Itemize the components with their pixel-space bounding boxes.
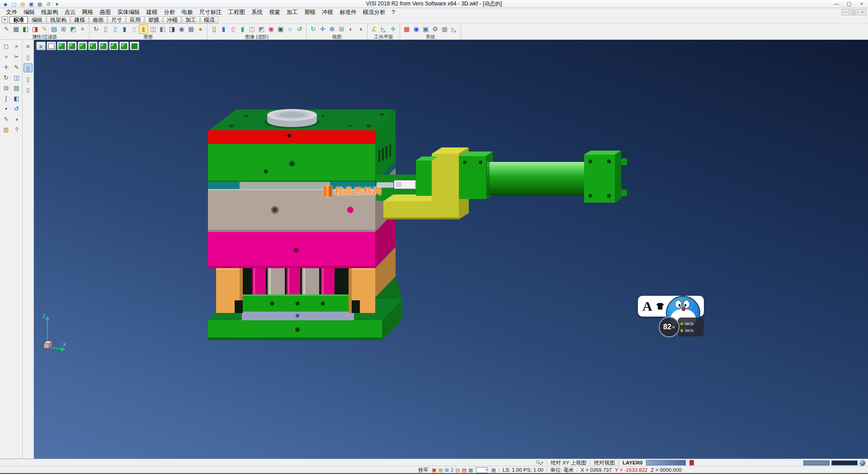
cut-icon[interactable]: ✂ [12,52,21,62]
menu-item[interactable]: ? [389,9,398,16]
viewport-page-3[interactable]: ▯ [24,74,33,83]
tab-standard[interactable]: 标准 [9,16,28,24]
highlight-display-icon[interactable]: ▮ [139,24,148,34]
menu-item[interactable]: 文件 [3,9,20,16]
window-menu-icon[interactable]: ≡ [24,42,33,51]
view-swatch-1[interactable] [803,460,830,465]
new-file-icon[interactable]: ▢ [10,1,18,7]
menu-item[interactable]: 点云 [61,9,79,16]
slope-analysis-icon[interactable]: ◺ [449,24,459,34]
folder-icon[interactable]: ▨ [455,467,460,473]
annotate-icon[interactable]: ✎ [1,114,11,124]
grid-toggle-icon[interactable]: ▦ [438,467,443,473]
percent-badge[interactable]: 82% [659,317,679,337]
search-icon[interactable]: ▾ [536,460,543,466]
curve-edit-icon[interactable]: ∫ [1,94,11,103]
bottom-view-icon[interactable] [119,42,129,50]
maximize-button[interactable]: ▢ [843,0,855,8]
dynamic-rotate-icon[interactable]: ↻ [308,24,318,34]
left-view-icon[interactable] [109,42,118,50]
menu-item[interactable]: 分析 [161,9,179,16]
lock-label[interactable]: 拴牢 [418,467,429,474]
current-color-swatch[interactable] [646,460,686,465]
mirror-entity-icon[interactable]: ◫ [12,73,21,82]
mdi-restore-button[interactable]: ▢ [850,9,858,15]
menu-item[interactable]: 冲模 [319,9,336,16]
menu-item[interactable]: 曲面 [97,9,114,16]
display-settings-icon[interactable]: ▣ [421,24,430,34]
menu-item[interactable]: 线架构 [38,9,61,16]
material-icon[interactable]: ◉ [177,24,186,34]
open-file-icon[interactable]: ▤ [19,1,26,7]
workplane-view-icon[interactable]: ✛ [388,24,398,34]
tab-machining[interactable]: 加工 [182,16,200,24]
viewport-page-4[interactable]: ▯ [24,85,33,94]
undo-titlebar-icon[interactable]: ↺ [45,1,52,7]
workplane-entity-icon[interactable]: ◺ [379,24,388,34]
filter-red-icon[interactable]: ◨ [30,24,40,34]
absolute-view-label[interactable]: 绝对视图 [594,460,615,466]
save-file-icon[interactable]: ▣ [28,1,35,7]
tab-modeling[interactable]: 建模 [71,16,89,24]
render-icon[interactable]: ● [196,24,205,34]
tab-application[interactable]: 应用 [126,16,144,24]
color-palette-icon[interactable]: ▦ [402,24,411,34]
grid-settings-icon[interactable]: ▦ [491,467,495,473]
iso-view-icon[interactable] [57,42,66,50]
filter-pencil-icon[interactable]: ✎ [40,24,49,34]
shaded-iso-view-icon[interactable] [130,42,139,50]
ghost-display-icon[interactable]: ▯ [129,24,139,34]
back-view-icon[interactable] [99,42,108,50]
attribute-editor-icon[interactable]: ✎ [2,24,11,34]
ruler-icon[interactable]: ▤ [462,467,467,473]
view-toolbar-menu-icon[interactable] [36,42,46,50]
ortho-toggle-icon[interactable]: ⊞ [445,467,449,473]
menu-item[interactable]: 网格 [79,9,97,16]
tab-wireframe[interactable]: 线架构 [47,16,70,24]
tab-overflow-button[interactable]: ▾ [1,16,8,23]
layer-visibility-icon[interactable]: ▯ [209,24,219,34]
entity-visibility-icon[interactable]: ▮ [219,24,228,34]
globe-icon[interactable]: ◉ [411,24,421,34]
workplane-xy-icon[interactable]: ∠ [369,24,379,34]
tab-edit[interactable]: 编辑 [28,16,46,24]
menu-item[interactable]: 模流分析 [360,9,389,16]
system-settings-icon[interactable]: ⚙ [430,24,440,34]
measure-icon[interactable]: ≈ [1,52,11,62]
tab-stamping[interactable]: 冲模 [163,16,181,24]
menu-item[interactable]: 编辑 [20,9,38,16]
previous-view-icon[interactable]: ◐ [346,24,356,34]
empty-view-icon[interactable] [47,42,56,50]
mdi-close-button[interactable]: × [859,9,866,15]
top-view-icon[interactable] [88,42,98,50]
layer-assign-icon[interactable]: ▤ [12,83,21,93]
selection-mask-icon[interactable]: ⊞ [59,24,68,34]
wireframe-display-icon[interactable]: ▯ [101,24,110,34]
menu-item[interactable]: 塑模 [301,9,319,16]
tab-dimension[interactable]: 尺寸 [108,16,126,24]
blank-entity-icon[interactable]: ▯ [228,24,238,34]
zoom-in-icon[interactable]: ⊕ [327,24,337,34]
delete-entity-icon[interactable]: × [12,42,21,51]
rotate-entity-icon[interactable]: ↻ [1,73,11,82]
profile-2-icon[interactable]: 2 [451,467,453,473]
active-layer-label[interactable]: LAYER0 [623,460,642,466]
tab-surface[interactable]: 曲面 [89,16,107,24]
menu-item[interactable]: 建模 [143,9,161,16]
capture-image-icon[interactable]: ▣ [276,24,285,34]
menu-item[interactable]: 实体编辑 [114,9,143,16]
filter-layers-icon[interactable]: ▤ [49,24,59,34]
modify-icon[interactable]: ✎ [12,62,21,72]
shadow-icon[interactable]: ◨ [167,24,177,34]
quick-filter-icon[interactable]: ◩ [68,24,78,34]
shaded-display-icon[interactable]: ▮ [120,24,129,34]
close-button[interactable]: × [855,0,868,8]
texture-icon[interactable]: ▦ [186,24,196,34]
print-file-icon[interactable]: ▦ [36,1,43,7]
transparency-icon[interactable]: ◩ [257,24,266,34]
zoom-entity-icon[interactable]: ○ [285,24,295,34]
menu-item[interactable]: 电极 [179,9,196,16]
plane-grid-icon[interactable]: ▦ [468,467,473,473]
offset-icon[interactable]: ⊟ [1,83,11,93]
view-manager-icon[interactable]: ◑ [356,24,365,34]
